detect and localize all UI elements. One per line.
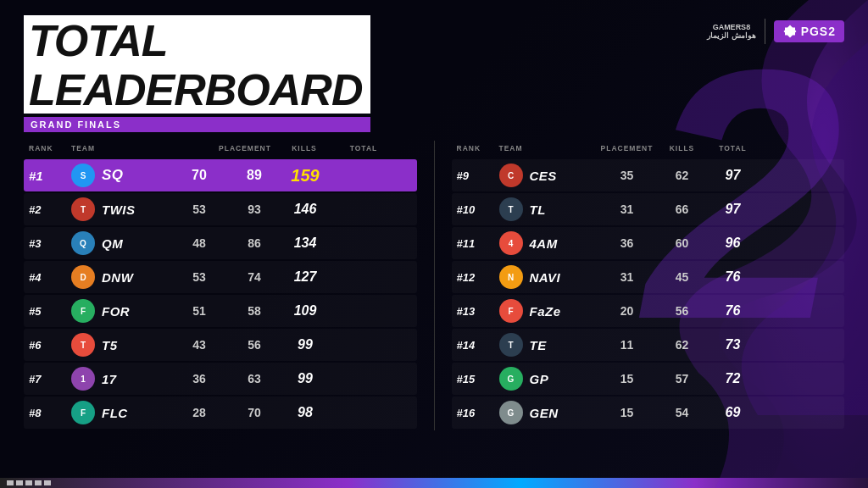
kills-value: 57 bbox=[657, 372, 708, 385]
kills-value: 86 bbox=[229, 236, 280, 250]
placement-value: 53 bbox=[170, 202, 229, 216]
team-name: SQ bbox=[102, 167, 170, 184]
table-row: #1 S SQ 70 89 159 bbox=[24, 159, 417, 191]
bottom-decoration bbox=[0, 478, 868, 488]
table-row: #8 F FLC 28 70 98 bbox=[24, 396, 417, 429]
kills-value: 58 bbox=[229, 304, 280, 318]
right-table: RANK TEAM PLACEMENT KILLS TOTAL #9 C CES… bbox=[452, 141, 845, 430]
main-title-line2: LEADERBOARD bbox=[24, 64, 370, 114]
kills-value: 70 bbox=[229, 406, 280, 419]
table-row: #11 4 4AM 36 60 96 bbox=[452, 227, 845, 259]
total-value: 76 bbox=[708, 303, 759, 319]
header: TOTAL LEADERBOARD GRAND FINALS GAMERS8 ه… bbox=[24, 15, 844, 132]
kills-value: 54 bbox=[657, 406, 708, 419]
rank-col-label-r: RANK bbox=[457, 144, 499, 152]
kills-value: 60 bbox=[657, 236, 708, 250]
total-col-label: TOTAL bbox=[334, 144, 393, 152]
tables-wrapper: RANK TEAM PLACEMENT KILLS TOTAL #1 S SQ … bbox=[24, 141, 844, 430]
team-logo: Q bbox=[71, 231, 95, 255]
table-row: #9 C CES 35 62 97 bbox=[452, 159, 845, 191]
table-row: #2 T TWIS 53 93 146 bbox=[24, 193, 417, 225]
subtitle-bar: GRAND FINALS bbox=[24, 117, 370, 132]
rank-cell: #13 bbox=[457, 305, 499, 318]
placement-value: 11 bbox=[598, 338, 657, 352]
team-logo: C bbox=[499, 164, 523, 187]
total-value: 109 bbox=[280, 303, 331, 319]
kills-value: 45 bbox=[657, 270, 708, 284]
total-col-label-r: TOTAL bbox=[708, 144, 759, 152]
team-name: FaZe bbox=[530, 304, 598, 319]
bottom-dash bbox=[25, 480, 32, 485]
placement-col-label: PLACEMENT bbox=[215, 144, 275, 152]
kills-value: 63 bbox=[229, 372, 280, 385]
team-name: NAVI bbox=[530, 270, 598, 285]
kills-value: 93 bbox=[229, 202, 280, 216]
total-value: 73 bbox=[708, 337, 759, 352]
kills-value: 56 bbox=[657, 304, 708, 318]
team-logo: T bbox=[499, 333, 523, 357]
right-table-rows: #9 C CES 35 62 97 #10 T TL 31 66 97 #11 … bbox=[452, 159, 845, 429]
table-row: #6 T T5 43 56 99 bbox=[24, 329, 417, 361]
kills-col-label: KILLS bbox=[275, 144, 334, 152]
gamers8-arabic: هوامش الزيمار bbox=[707, 31, 756, 40]
rank-cell: #3 bbox=[29, 237, 71, 250]
left-table-rows: #1 S SQ 70 89 159 #2 T TWIS 53 93 146 #3… bbox=[24, 159, 417, 429]
team-name: TWIS bbox=[102, 202, 170, 217]
team-name: T5 bbox=[102, 338, 170, 352]
rank-cell: #2 bbox=[29, 203, 71, 216]
total-value: 97 bbox=[708, 168, 759, 183]
team-logo: 4 bbox=[499, 231, 523, 255]
total-value: 127 bbox=[280, 269, 331, 285]
logos-area: GAMERS8 هوامش الزيمار PGS2 bbox=[707, 19, 844, 44]
placement-value: 31 bbox=[598, 202, 657, 216]
team-name: TE bbox=[530, 338, 598, 352]
placement-value: 51 bbox=[170, 304, 229, 318]
logo-divider bbox=[765, 19, 765, 44]
placement-value: 53 bbox=[170, 270, 229, 284]
table-row: #13 F FaZe 20 56 76 bbox=[452, 295, 845, 327]
placement-value: 43 bbox=[170, 338, 229, 352]
pgs-logo: PGS2 bbox=[774, 20, 844, 42]
team-logo: D bbox=[71, 265, 95, 289]
kills-value: 62 bbox=[657, 338, 708, 352]
kills-value: 89 bbox=[229, 168, 280, 183]
left-table-header: RANK TEAM PLACEMENT KILLS TOTAL bbox=[24, 141, 417, 156]
total-value: 99 bbox=[280, 371, 331, 386]
team-logo: G bbox=[499, 367, 523, 391]
pgs-label: PGS2 bbox=[801, 25, 836, 38]
rank-cell: #5 bbox=[29, 305, 71, 318]
total-value: 96 bbox=[708, 236, 759, 251]
total-value: 146 bbox=[280, 202, 331, 217]
team-logo: N bbox=[499, 265, 523, 289]
main-title-line1: TOTAL bbox=[24, 15, 370, 64]
total-value: 97 bbox=[708, 202, 759, 217]
bottom-dash bbox=[35, 480, 42, 485]
team-name: FLC bbox=[102, 406, 170, 420]
team-logo: 1 bbox=[71, 367, 95, 391]
right-table-header: RANK TEAM PLACEMENT KILLS TOTAL bbox=[452, 141, 845, 156]
placement-value: 36 bbox=[598, 236, 657, 250]
placement-value: 20 bbox=[598, 304, 657, 318]
rank-cell: #14 bbox=[457, 339, 499, 352]
bottom-dash bbox=[16, 480, 23, 485]
main-content: TOTAL LEADERBOARD GRAND FINALS GAMERS8 ه… bbox=[0, 0, 868, 439]
placement-col-label-r: PLACEMENT bbox=[598, 144, 657, 152]
team-logo: G bbox=[499, 401, 523, 424]
table-row: #16 G GEN 15 54 69 bbox=[452, 396, 845, 429]
title-block: TOTAL LEADERBOARD GRAND FINALS bbox=[24, 15, 370, 132]
rank-cell: #10 bbox=[457, 203, 499, 216]
team-logo: F bbox=[71, 299, 95, 323]
team-name: FOR bbox=[102, 304, 170, 319]
kills-value: 66 bbox=[657, 202, 708, 216]
rank-cell: #6 bbox=[29, 339, 71, 352]
table-divider bbox=[434, 141, 435, 430]
rank-col-label: RANK bbox=[29, 144, 71, 152]
team-name: DNW bbox=[102, 270, 170, 285]
table-row: #5 F FOR 51 58 109 bbox=[24, 295, 417, 327]
rank-cell: #12 bbox=[457, 271, 499, 284]
table-row: #3 Q QM 48 86 134 bbox=[24, 227, 417, 259]
table-row: #12 N NAVI 31 45 76 bbox=[452, 261, 845, 293]
pgs-icon bbox=[782, 24, 798, 39]
rank-cell: #11 bbox=[457, 237, 499, 250]
placement-value: 15 bbox=[598, 406, 657, 419]
